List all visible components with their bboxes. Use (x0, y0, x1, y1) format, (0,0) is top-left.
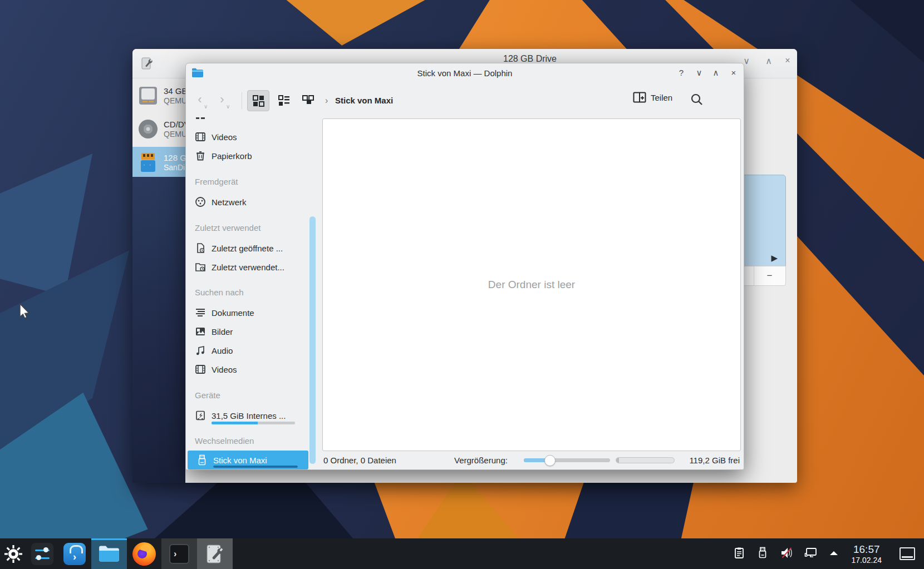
places-item-audio[interactable]: Audio (186, 342, 311, 359)
disks-close-button[interactable]: × (782, 56, 794, 66)
toolbar-separator (242, 92, 242, 109)
desktop: 128 GB Drive ∨ ∧ × 34 GB QEMU CD/DV QEMU (0, 0, 924, 569)
places-item-recent-locations[interactable]: Zuletzt verwendet... (186, 258, 311, 276)
show-desktop-button[interactable] (900, 547, 915, 560)
trash-icon (195, 150, 206, 161)
drive-vendor: QEMU (164, 96, 188, 106)
dolphin-window[interactable]: Stick von Maxi — Dolphin ? ∨ ∧ × ‹ ∨ › ∨… (185, 63, 744, 470)
firefox-button[interactable] (127, 538, 161, 569)
usb-stick-icon (138, 152, 158, 172)
usb-icon (196, 454, 208, 466)
details-view-button[interactable] (273, 90, 295, 111)
places-section-geraete: Geräte (195, 386, 306, 404)
icons-view-button[interactable] (247, 90, 269, 111)
capacity-bar (616, 457, 675, 463)
harddisk-icon (138, 86, 158, 106)
places-label: 31,5 GiB Internes ... (212, 411, 286, 420)
places-item-partial[interactable] (186, 112, 311, 123)
forward-dropdown-icon[interactable]: ∨ (226, 103, 230, 110)
places-label: Papierkorb (212, 151, 252, 161)
places-label: Zuletzt geöffnete ... (212, 244, 283, 253)
places-item-videos-search[interactable]: Videos (186, 360, 311, 378)
display-tray-icon[interactable] (804, 546, 818, 562)
system-settings-button[interactable] (27, 538, 58, 569)
split-button[interactable]: Teilen (633, 91, 672, 103)
zoom-slider[interactable] (524, 458, 610, 462)
folder-app-icon (191, 67, 204, 81)
places-label: Videos (212, 132, 237, 142)
split-button-label: Teilen (651, 93, 672, 102)
breadcrumb-chevron: › (325, 96, 328, 106)
places-section-zuletzt: Zuletzt verwendet (195, 219, 306, 236)
documents-icon (195, 307, 206, 318)
film-icon (195, 364, 206, 375)
clipped-icon (195, 115, 206, 121)
remove-partition-button[interactable]: − (754, 266, 785, 285)
taskbar-dolphin-task[interactable] (91, 538, 127, 569)
places-label: Dokumente (212, 308, 254, 318)
places-item-documents[interactable]: Dokumente (186, 304, 311, 321)
zoom-slider-handle[interactable] (544, 455, 556, 466)
disk-usage-bar (213, 466, 298, 468)
tree-view-button[interactable] (297, 90, 320, 111)
clock-time: 16:57 (852, 544, 882, 555)
digital-clock[interactable]: 16:57 17.02.24 (852, 544, 882, 564)
places-label: Netzwerk (212, 197, 247, 207)
disks-utility-icon (204, 543, 225, 565)
dolphin-titlebar[interactable]: Stick von Maxi — Dolphin ? ∨ ∧ × (186, 63, 744, 83)
places-label: Stick von Maxi (213, 456, 267, 465)
help-button[interactable]: ? (675, 68, 688, 77)
clipboard-tray-icon[interactable] (733, 546, 746, 562)
recent-document-icon (195, 243, 206, 254)
places-item-internal-drive[interactable]: 31,5 GiB Internes ... (186, 407, 311, 424)
network-icon (195, 196, 206, 207)
back-dropdown-icon[interactable]: ∨ (204, 103, 208, 110)
places-item-trash[interactable]: Papierkorb (186, 147, 311, 165)
maximize-button[interactable]: ∧ (709, 68, 723, 78)
taskbar-konsole-task[interactable]: › (161, 538, 197, 569)
minimize-button[interactable]: ∨ (692, 68, 706, 78)
close-button[interactable]: × (727, 68, 740, 77)
disk-usage-bar (212, 422, 295, 424)
dolphin-window-title: Stick von Maxi — Dolphin (417, 68, 513, 78)
places-item-recent-files[interactable]: Zuletzt geöffnete ... (186, 239, 311, 257)
dolphin-folder-icon (98, 545, 120, 563)
removable-device-tray-icon[interactable] (756, 546, 769, 562)
mount-play-icon[interactable]: ▶ (771, 253, 778, 263)
places-item-images[interactable]: Bilder (186, 323, 311, 340)
clock-date: 17.02.24 (852, 556, 882, 564)
places-scrollbar[interactable] (309, 216, 316, 464)
kde-logo-icon (3, 544, 23, 564)
zoom-label: Vergrößerung: (454, 456, 508, 465)
places-section-wechselmedien: Wechselmedien (195, 432, 306, 449)
taskbar-disks-task[interactable] (197, 538, 233, 569)
disks-maximize-button[interactable]: ∧ (763, 56, 775, 66)
free-space-label: 119,2 GiB frei (689, 456, 740, 465)
recent-folder-icon (195, 261, 206, 273)
places-item-stick-von-maxi[interactable]: Stick von Maxi (188, 451, 308, 469)
disks-app-icon (140, 57, 154, 72)
places-item-videos[interactable]: Videos (186, 128, 311, 146)
app-launcher-button[interactable] (0, 538, 27, 569)
audio-icon (195, 345, 206, 356)
folder-view[interactable]: Der Ordner ist leer (322, 118, 741, 451)
tray-expander-icon[interactable] (828, 549, 839, 559)
volume-muted-tray-icon[interactable] (779, 546, 794, 562)
wallpaper-showing-through (132, 177, 185, 483)
discover-button[interactable]: › (58, 538, 91, 569)
search-button[interactable] (690, 92, 704, 109)
empty-folder-message: Der Ordner ist leer (488, 279, 575, 291)
breadcrumb[interactable]: Stick von Maxi (335, 96, 393, 105)
images-icon (195, 326, 206, 337)
places-label: Videos (212, 365, 237, 374)
item-count: 0 Ordner, 0 Dateien (323, 456, 396, 465)
split-view-icon (633, 91, 646, 103)
places-section-fremdgeraet: Fremdgerät (195, 172, 306, 190)
optical-disc-icon (138, 119, 158, 139)
mouse-cursor (19, 303, 31, 321)
places-item-network[interactable]: Netzwerk (186, 193, 311, 211)
firefox-icon (132, 542, 156, 566)
sliders-icon (31, 543, 53, 565)
film-icon (195, 131, 206, 142)
places-section-suchen: Suchen nach (195, 283, 306, 301)
